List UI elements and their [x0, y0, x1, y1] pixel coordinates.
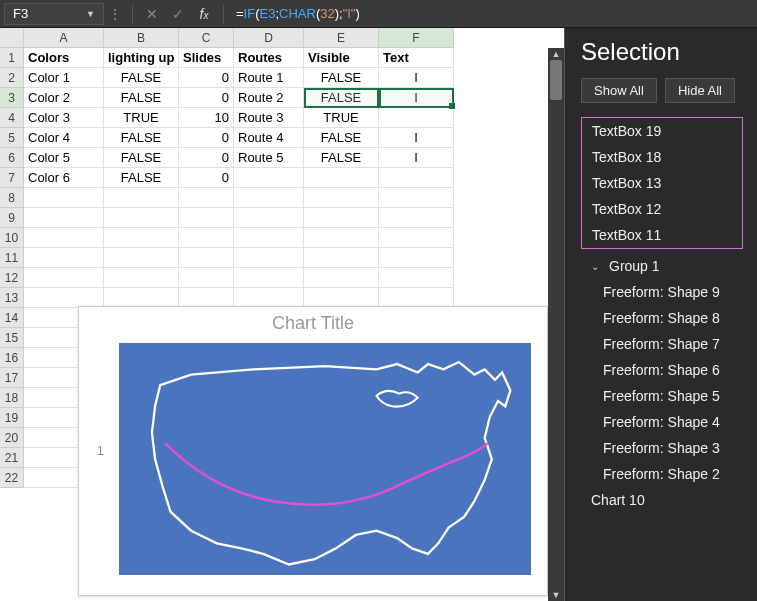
cell[interactable] — [304, 248, 379, 268]
selection-item[interactable]: Freeform: Shape 9 — [581, 279, 743, 305]
cell[interactable] — [179, 268, 234, 288]
selection-item[interactable]: TextBox 18 — [582, 144, 742, 170]
cell[interactable]: Color 5 — [24, 148, 104, 168]
cell[interactable]: I — [379, 148, 454, 168]
cell[interactable]: FALSE — [104, 148, 179, 168]
cell[interactable]: Color 6 — [24, 168, 104, 188]
cell[interactable]: 0 — [179, 88, 234, 108]
cell[interactable] — [379, 208, 454, 228]
row-header-14[interactable]: 14 — [0, 308, 24, 328]
cell[interactable]: FALSE — [304, 148, 379, 168]
cell[interactable]: 0 — [179, 168, 234, 188]
header-cell[interactable]: Routes — [234, 48, 304, 68]
row-header-13[interactable]: 13 — [0, 288, 24, 308]
cell[interactable] — [24, 228, 104, 248]
cell[interactable] — [24, 188, 104, 208]
cell[interactable]: Color 1 — [24, 68, 104, 88]
cell[interactable] — [234, 288, 304, 308]
scroll-thumb[interactable] — [550, 60, 562, 100]
scroll-down-icon[interactable]: ▼ — [548, 589, 564, 601]
col-header-c[interactable]: C — [179, 28, 234, 48]
cell[interactable] — [104, 268, 179, 288]
cell[interactable] — [179, 208, 234, 228]
selection-item[interactable]: TextBox 12 — [582, 196, 742, 222]
cell[interactable]: TRUE — [104, 108, 179, 128]
col-header-e[interactable]: E — [304, 28, 379, 48]
cell[interactable] — [104, 208, 179, 228]
selection-group[interactable]: ⌄Group 1 — [581, 253, 743, 279]
selection-item[interactable]: Freeform: Shape 3 — [581, 435, 743, 461]
cell[interactable] — [379, 188, 454, 208]
formula-input[interactable]: =IF(E3;CHAR(32);"I") — [230, 6, 757, 21]
cell[interactable]: I — [379, 88, 454, 108]
cell[interactable] — [304, 208, 379, 228]
cell[interactable] — [104, 248, 179, 268]
row-header-15[interactable]: 15 — [0, 328, 24, 348]
row-header-22[interactable]: 22 — [0, 468, 24, 488]
selection-item[interactable]: TextBox 13 — [582, 170, 742, 196]
cell[interactable] — [379, 288, 454, 308]
cell[interactable] — [179, 228, 234, 248]
cell[interactable] — [24, 248, 104, 268]
header-cell[interactable]: Visible — [304, 48, 379, 68]
cell[interactable]: Color 2 — [24, 88, 104, 108]
cell[interactable]: I — [379, 128, 454, 148]
cell[interactable]: Color 3 — [24, 108, 104, 128]
cell[interactable] — [234, 248, 304, 268]
cell[interactable]: Route 4 — [234, 128, 304, 148]
selection-item[interactable]: Freeform: Shape 6 — [581, 357, 743, 383]
name-box[interactable]: F3 ▼ — [4, 3, 104, 25]
row-header-21[interactable]: 21 — [0, 448, 24, 468]
header-cell[interactable]: lighting up — [104, 48, 179, 68]
row-header-5[interactable]: 5 — [0, 128, 24, 148]
hide-all-button[interactable]: Hide All — [665, 78, 735, 103]
col-header-b[interactable]: B — [104, 28, 179, 48]
cell[interactable]: Route 1 — [234, 68, 304, 88]
row-header-17[interactable]: 17 — [0, 368, 24, 388]
cell[interactable] — [24, 208, 104, 228]
cell[interactable] — [304, 188, 379, 208]
col-header-f[interactable]: F — [379, 28, 454, 48]
row-header-4[interactable]: 4 — [0, 108, 24, 128]
cell[interactable]: Route 3 — [234, 108, 304, 128]
cancel-formula-icon[interactable]: ✕ — [139, 6, 165, 22]
cell[interactable] — [24, 268, 104, 288]
row-header-2[interactable]: 2 — [0, 68, 24, 88]
cell[interactable]: TRUE — [304, 108, 379, 128]
cell[interactable]: 0 — [179, 148, 234, 168]
row-header-7[interactable]: 7 — [0, 168, 24, 188]
row-header-8[interactable]: 8 — [0, 188, 24, 208]
cell[interactable]: 0 — [179, 128, 234, 148]
row-header-10[interactable]: 10 — [0, 228, 24, 248]
cell[interactable] — [104, 228, 179, 248]
selection-item[interactable]: Freeform: Shape 5 — [581, 383, 743, 409]
cell[interactable]: FALSE — [304, 88, 379, 108]
cell[interactable] — [24, 288, 104, 308]
cell[interactable] — [234, 188, 304, 208]
header-cell[interactable]: Slides — [179, 48, 234, 68]
accept-formula-icon[interactable]: ✓ — [165, 6, 191, 22]
row-header-16[interactable]: 16 — [0, 348, 24, 368]
cell[interactable] — [304, 268, 379, 288]
row-header-12[interactable]: 12 — [0, 268, 24, 288]
row-header-19[interactable]: 19 — [0, 408, 24, 428]
cell[interactable] — [179, 288, 234, 308]
row-header-11[interactable]: 11 — [0, 248, 24, 268]
cell[interactable] — [104, 288, 179, 308]
row-header-9[interactable]: 9 — [0, 208, 24, 228]
selection-item[interactable]: Freeform: Shape 8 — [581, 305, 743, 331]
selection-item[interactable]: Chart 10 — [581, 487, 743, 513]
cell[interactable]: FALSE — [104, 68, 179, 88]
cell[interactable]: FALSE — [104, 128, 179, 148]
show-all-button[interactable]: Show All — [581, 78, 657, 103]
cell[interactable] — [379, 168, 454, 188]
cell[interactable] — [179, 248, 234, 268]
spreadsheet-grid[interactable]: A B C D E F 1234567891011121314151617181… — [0, 28, 565, 601]
header-cell[interactable]: Colors — [24, 48, 104, 68]
cell[interactable] — [379, 268, 454, 288]
cell[interactable]: Route 5 — [234, 148, 304, 168]
selection-item[interactable]: TextBox 11 — [582, 222, 742, 248]
cell[interactable]: FALSE — [104, 88, 179, 108]
row-header-6[interactable]: 6 — [0, 148, 24, 168]
selection-item[interactable]: Freeform: Shape 7 — [581, 331, 743, 357]
